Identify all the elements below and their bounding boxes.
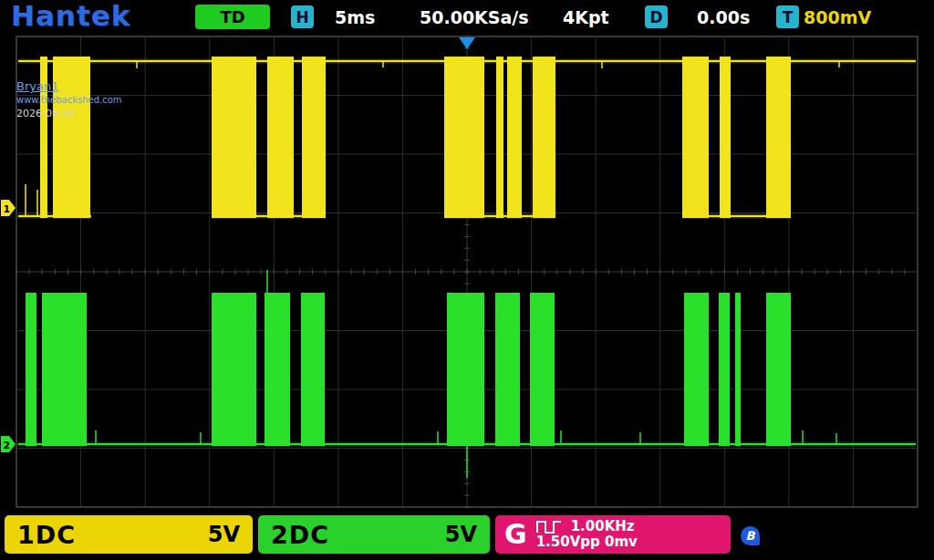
top-status-bar: Hantek TD H 5ms 50.00KSa/s 4Kpt D 0.00s … [0, 0, 934, 35]
svg-text:2: 2 [4, 440, 11, 451]
ch2-trace [18, 270, 916, 478]
brand-logo: Hantek [11, 0, 130, 32]
svg-text:1: 1 [4, 203, 11, 215]
trigger-position-marker[interactable] [459, 37, 475, 49]
delay-icon: D [645, 5, 668, 28]
channel-marker-1[interactable]: 1 [1, 200, 16, 216]
watermark-date: 2026-09-20 [16, 109, 122, 119]
ch1-trace [18, 57, 916, 218]
generator-amplitude: 1.50Vpp 0mv [536, 534, 638, 550]
generator-label: G [504, 521, 527, 548]
generator-readout: 1.00KHz 1.50Vpp 0mv [536, 519, 638, 551]
square-wave-icon [536, 520, 562, 534]
memory-depth-value: 4Kpt [563, 7, 609, 27]
trigger-level-value[interactable]: 800mV [804, 7, 871, 27]
watermark: Bryan1 www.thebackshed.com 2026-09-20 [16, 80, 122, 119]
sample-rate-value: 50.00KSa/s [420, 7, 529, 27]
horizontal-icon: H [291, 5, 314, 28]
bluetooth-indicator-icon: B [741, 526, 760, 545]
channel2-scale: 5V [445, 522, 477, 547]
channel1-scale: 5V [208, 522, 240, 547]
watermark-site: www.thebackshed.com [16, 96, 122, 105]
trigger-icon: T [776, 5, 799, 28]
horizontal-delay-value[interactable]: 0.00s [697, 7, 750, 27]
channel2-settings-box[interactable]: 2DC 5V [258, 515, 490, 554]
generator-frequency: 1.00KHz [571, 519, 635, 534]
trigger-status-badge: TD [195, 5, 270, 29]
watermark-username: Bryan1 [16, 80, 122, 92]
timebase-value[interactable]: 5ms [335, 7, 375, 27]
scope-display: 12 [0, 0, 934, 560]
channel1-settings-box[interactable]: 1DC 5V [5, 515, 253, 554]
channel1-label: 1DC [17, 521, 76, 549]
generator-settings-box[interactable]: G 1.00KHz 1.50Vpp 0mv [495, 515, 731, 554]
channel2-label: 2DC [271, 521, 329, 549]
channel-marker-2[interactable]: 2 [1, 436, 16, 452]
